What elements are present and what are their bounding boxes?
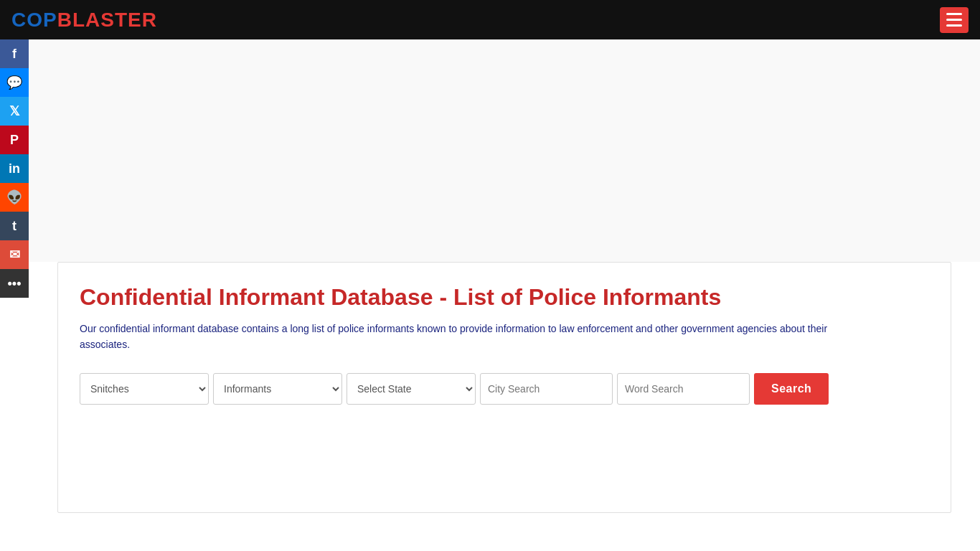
social-pinterest-button[interactable]: P bbox=[0, 126, 29, 154]
state-select[interactable]: Select State Alabama Alaska Arizona Arka… bbox=[347, 373, 476, 405]
city-search-input[interactable] bbox=[480, 373, 613, 405]
navbar: COP BLASTER bbox=[0, 0, 980, 39]
social-facebook-button[interactable]: f bbox=[0, 39, 29, 68]
search-button[interactable]: Search bbox=[754, 373, 829, 405]
page-title: Confidential Informant Database - List o… bbox=[80, 284, 929, 311]
hamburger-line-1 bbox=[946, 13, 962, 15]
page-description: Our confidential informant database cont… bbox=[80, 321, 833, 353]
social-tumblr-button[interactable]: t bbox=[0, 212, 29, 240]
main-content: Confidential Informant Database - List o… bbox=[29, 39, 980, 513]
type-select[interactable]: Snitches CIs Informants bbox=[80, 373, 209, 405]
social-reddit-button[interactable]: 👽 bbox=[0, 183, 29, 212]
hamburger-menu-button[interactable] bbox=[940, 7, 969, 33]
social-more-button[interactable]: ••• bbox=[0, 269, 29, 298]
social-linkedin-button[interactable]: in bbox=[0, 154, 29, 183]
content-card: Confidential Informant Database - List o… bbox=[57, 262, 951, 513]
social-sidebar: f 💬 𝕏 P in 👽 t ✉ ••• bbox=[0, 39, 29, 298]
banner-area bbox=[29, 39, 980, 262]
word-search-input[interactable] bbox=[617, 373, 750, 405]
logo-blaster-text: BLASTER bbox=[57, 9, 157, 32]
hamburger-line-2 bbox=[946, 19, 962, 21]
social-messenger-button[interactable]: 💬 bbox=[0, 68, 29, 97]
social-email-button[interactable]: ✉ bbox=[0, 240, 29, 269]
hamburger-line-3 bbox=[946, 24, 962, 27]
search-form: Snitches CIs Informants Informants Snitc… bbox=[80, 373, 929, 405]
social-twitter-button[interactable]: 𝕏 bbox=[0, 97, 29, 126]
logo[interactable]: COP BLASTER bbox=[11, 9, 157, 32]
subtype-select[interactable]: Informants Snitches All bbox=[213, 373, 342, 405]
logo-cop-text: COP bbox=[11, 9, 57, 32]
